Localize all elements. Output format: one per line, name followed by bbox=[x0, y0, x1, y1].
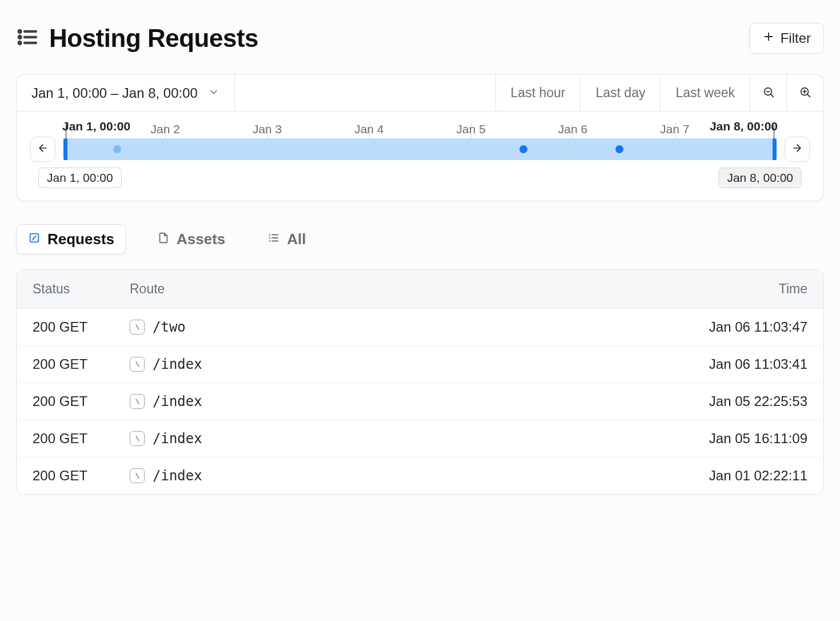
range-top-bar: Jan 1, 00:00 – Jan 8, 00:00 Last hour La… bbox=[17, 75, 823, 112]
svg-point-0 bbox=[19, 30, 21, 33]
route-path: /index bbox=[153, 468, 202, 484]
table-row[interactable]: 200 GET/indexJan 05 22:25:53 bbox=[17, 383, 823, 420]
cell-time: Jan 05 22:25:53 bbox=[659, 393, 807, 409]
date-range-display: Jan 1, 00:00 – Jan 8, 00:00 bbox=[31, 85, 198, 101]
table-row[interactable]: 200 GET/indexJan 05 16:11:09 bbox=[17, 420, 823, 457]
timeline-tick-label: Jan 6 bbox=[558, 122, 587, 136]
route-icon bbox=[130, 431, 145, 446]
date-range-panel: Jan 1, 00:00 – Jan 8, 00:00 Last hour La… bbox=[16, 74, 824, 201]
timeline-end-tick bbox=[774, 125, 774, 138]
cell-route: /index bbox=[130, 468, 659, 484]
plus-icon bbox=[762, 30, 775, 46]
requests-table: Status Route Time 200 GET/twoJan 06 11:0… bbox=[16, 269, 824, 495]
timeline-bounds: Jan 1, 00:00 Jan 8, 00:00 bbox=[30, 120, 810, 137]
cell-status: 200 GET bbox=[33, 393, 130, 409]
svg-point-4 bbox=[19, 42, 21, 44]
quick-range-last-week[interactable]: Last week bbox=[661, 75, 750, 111]
tab-assets[interactable]: Assets bbox=[146, 225, 237, 254]
cell-route: /two bbox=[130, 319, 659, 335]
tab-label: Requests bbox=[47, 230, 114, 248]
chevron-down-icon bbox=[208, 85, 219, 101]
timeline: Jan 1, 00:00 Jan 8, 00:00 Jan 2Jan 3Jan … bbox=[17, 112, 823, 201]
requests-icon bbox=[28, 230, 41, 248]
cell-route: /index bbox=[130, 393, 659, 409]
range-spacer bbox=[235, 75, 496, 111]
file-icon bbox=[157, 230, 170, 248]
cell-status: 200 GET bbox=[33, 319, 130, 335]
timeline-event-dot bbox=[519, 145, 527, 153]
cell-route: /index bbox=[130, 356, 659, 372]
route-path: /index bbox=[153, 393, 202, 409]
svg-point-24 bbox=[270, 241, 270, 241]
route-icon bbox=[130, 357, 145, 372]
quick-range-last-hour[interactable]: Last hour bbox=[496, 75, 581, 111]
route-icon bbox=[130, 320, 145, 335]
table-header: Status Route Time bbox=[17, 270, 823, 309]
timeline-tick-label: Jan 5 bbox=[456, 122, 485, 136]
cell-time: Jan 06 11:03:41 bbox=[659, 356, 807, 372]
arrow-left-icon bbox=[37, 142, 49, 156]
cell-time: Jan 01 02:22:11 bbox=[659, 468, 807, 484]
tab-label: All bbox=[287, 230, 306, 248]
cell-time: Jan 05 16:11:09 bbox=[659, 431, 807, 447]
timeline-tick-label: Jan 2 bbox=[151, 122, 180, 136]
arrow-right-icon bbox=[791, 142, 803, 156]
cell-route: /index bbox=[130, 431, 659, 447]
cell-status: 200 GET bbox=[33, 356, 130, 372]
zoom-out-button[interactable] bbox=[750, 75, 787, 111]
page-title: Hosting Requests bbox=[49, 24, 258, 53]
timeline-event-dot bbox=[615, 145, 623, 153]
column-header-route: Route bbox=[130, 281, 659, 297]
cell-time: Jan 06 11:03:47 bbox=[659, 319, 807, 335]
route-path: /index bbox=[153, 356, 202, 372]
svg-line-9 bbox=[771, 94, 773, 97]
table-row[interactable]: 200 GET/indexJan 06 11:03:41 bbox=[17, 346, 823, 383]
filter-button-label: Filter bbox=[781, 30, 811, 46]
filter-button[interactable]: Filter bbox=[749, 23, 824, 54]
timeline-handle-end[interactable] bbox=[773, 138, 777, 160]
zoom-out-icon bbox=[762, 86, 775, 101]
svg-point-23 bbox=[270, 238, 270, 238]
timeline-tick-label: Jan 3 bbox=[253, 122, 282, 136]
svg-point-2 bbox=[19, 36, 21, 38]
title-group: Hosting Requests bbox=[16, 24, 258, 53]
cell-status: 200 GET bbox=[33, 468, 130, 484]
chip-range-start: Jan 1, 00:00 bbox=[38, 168, 122, 188]
page-header: Hosting Requests Filter bbox=[16, 23, 824, 54]
quick-range-last-day[interactable]: Last day bbox=[581, 75, 661, 111]
timeline-track[interactable]: Jan 2Jan 3Jan 4Jan 5Jan 6Jan 7 bbox=[63, 138, 777, 160]
column-header-status: Status bbox=[33, 281, 130, 297]
chip-range-end: Jan 8, 00:00 bbox=[718, 168, 802, 188]
route-path: /two bbox=[153, 319, 186, 335]
timeline-start-label: Jan 1, 00:00 bbox=[62, 120, 130, 133]
date-range-dropdown[interactable]: Jan 1, 00:00 – Jan 8, 00:00 bbox=[17, 75, 235, 111]
timeline-prev-button[interactable] bbox=[30, 137, 55, 162]
tab-all[interactable]: All bbox=[256, 225, 317, 254]
column-header-time: Time bbox=[659, 281, 807, 297]
cell-status: 200 GET bbox=[33, 431, 130, 447]
timeline-chips: Jan 1, 00:00 Jan 8, 00:00 bbox=[30, 162, 810, 188]
table-row[interactable]: 200 GET/indexJan 01 02:22:11 bbox=[17, 457, 823, 494]
zoom-in-button[interactable] bbox=[787, 75, 823, 111]
svg-point-22 bbox=[270, 234, 270, 235]
tab-label: Assets bbox=[177, 230, 225, 248]
svg-line-18 bbox=[33, 236, 36, 240]
list-icon bbox=[16, 26, 39, 51]
timeline-next-button[interactable] bbox=[785, 137, 810, 162]
route-icon bbox=[130, 394, 145, 409]
route-icon bbox=[130, 468, 145, 483]
timeline-end-label: Jan 8, 00:00 bbox=[710, 120, 778, 133]
route-path: /index bbox=[153, 431, 202, 447]
timeline-event-dot bbox=[113, 145, 121, 153]
timeline-handle-start[interactable] bbox=[63, 138, 67, 160]
timeline-start-tick bbox=[66, 125, 66, 138]
table-row[interactable]: 200 GET/twoJan 06 11:03:47 bbox=[17, 309, 823, 346]
tabs: Requests Assets All bbox=[16, 224, 824, 254]
zoom-in-icon bbox=[799, 86, 811, 101]
svg-line-12 bbox=[807, 94, 810, 97]
tab-requests[interactable]: Requests bbox=[16, 224, 126, 254]
timeline-tick-label: Jan 4 bbox=[354, 122, 383, 136]
timeline-tick-label: Jan 7 bbox=[660, 122, 689, 136]
list-icon bbox=[267, 230, 280, 248]
